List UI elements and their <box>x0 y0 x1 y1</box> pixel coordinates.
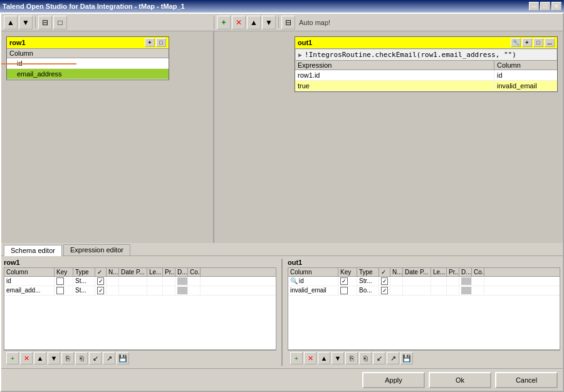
bottom-panel: Schema editor Expression editor row1 Col… <box>1 243 563 368</box>
row1-email-row[interactable]: email_address <box>7 69 169 80</box>
sd-type-id-1: St... <box>73 277 95 286</box>
sh-com-1: Co... <box>188 268 201 276</box>
schema-right-row-id[interactable]: 🔍 id Str... <box>288 277 560 286</box>
sl-paste-btn[interactable]: ⎗ <box>75 352 88 364</box>
key-check-email-1 <box>56 287 64 294</box>
sd-type-inv-r: Bo... <box>357 286 379 295</box>
view-btn-2[interactable]: □ <box>53 16 67 29</box>
delete-output-button[interactable]: ✕ <box>232 16 246 29</box>
sd-key-email-1 <box>55 286 73 295</box>
minimize-button[interactable]: — <box>529 2 539 11</box>
schema-left-row-email[interactable]: email_add... St... <box>4 286 276 296</box>
schema-left-title: row1 <box>4 259 276 266</box>
schema-left-section: row1 Column Key Type ✓ N... Date P... Le… <box>4 259 276 366</box>
window-title: Talend Open Studio for Data Integration … <box>3 3 185 10</box>
schema-right-row-invalid-email[interactable]: invalid_email Bo... <box>288 286 560 296</box>
tab-schema-editor[interactable]: Schema editor <box>4 245 62 256</box>
row1-id-row[interactable]: id <box>7 58 169 69</box>
sh-type-r1: Type <box>357 268 379 276</box>
add-output-button[interactable]: + <box>217 16 231 29</box>
row1-expand-icon[interactable]: □ <box>156 38 166 47</box>
sd-date-email-1 <box>119 286 147 295</box>
sd-type-id-r: Str... <box>357 277 379 286</box>
close-button[interactable]: ✕ <box>551 2 561 11</box>
sl-up-btn[interactable]: ▲ <box>34 352 46 364</box>
col-cell-1: id <box>494 70 557 80</box>
sl-copy-btn[interactable]: ⎘ <box>61 352 74 364</box>
sd-com-id-1 <box>188 277 201 286</box>
bottom-buttons: Apply Ok Cancel <box>1 368 563 391</box>
out1-row-invalid-email[interactable]: true invalid_email <box>295 81 557 91</box>
down-output-button[interactable]: ▼ <box>262 16 276 29</box>
sd-def-id-r <box>459 277 472 286</box>
sd-len-id-r <box>431 277 447 286</box>
schema-content: row1 Column Key Type ✓ N... Date P... Le… <box>1 256 563 368</box>
out1-more-icon[interactable]: ... <box>545 38 555 47</box>
schema-right-section: out1 Column Key Type ✓ N... Date P... Le… <box>288 259 560 366</box>
sr-up-btn[interactable]: ▲ <box>318 352 330 364</box>
sr-copy-btn[interactable]: ⎘ <box>345 352 358 364</box>
sd-col-id-r: 🔍 id <box>288 277 338 286</box>
sd-col-inv-r: invalid_email <box>288 286 338 295</box>
out1-settings-icon[interactable]: 🔧 <box>511 38 521 47</box>
out1-add-icon[interactable]: + <box>522 38 532 47</box>
right-mapper-panel: out1 🔧 + □ ... ▶ !IntegrosRoutine.checkE… <box>290 31 563 243</box>
sd-check-id-1 <box>95 277 107 286</box>
move-down-button[interactable]: ▼ <box>19 16 33 29</box>
out1-row-id[interactable]: row1.id id <box>295 70 557 81</box>
sd-date-inv-r <box>403 286 431 295</box>
view-btn-1[interactable]: ⊟ <box>38 16 52 29</box>
out1-expand-icon[interactable]: □ <box>533 38 543 47</box>
sr-save-btn[interactable]: 💾 <box>400 352 413 364</box>
sh-col-r1: Column <box>288 268 338 276</box>
sh-date-1: Date P... <box>119 268 147 276</box>
window-controls: — □ ✕ <box>529 2 561 11</box>
sh-type-1: Type <box>73 268 95 276</box>
sl-add-btn[interactable]: + <box>6 352 19 364</box>
move-up-button[interactable]: ▲ <box>4 16 18 29</box>
schema-right-title: out1 <box>288 259 560 266</box>
schema-left-row-id[interactable]: id St... <box>4 277 276 286</box>
sd-prec-inv-r <box>447 286 459 295</box>
tab-expression-editor[interactable]: Expression editor <box>63 244 130 255</box>
sh-prec-1: Pr... <box>163 268 175 276</box>
sr-del-btn[interactable]: ✕ <box>304 352 316 364</box>
sh-def-r1: D... <box>459 268 472 276</box>
out1-icons: 🔧 + □ ... <box>511 38 555 47</box>
apply-button[interactable]: Apply <box>362 372 425 388</box>
up-output-button[interactable]: ▲ <box>247 16 261 29</box>
sr-paste-btn[interactable]: ⎗ <box>359 352 372 364</box>
sd-col-id-1: id <box>4 277 55 286</box>
maximize-button[interactable]: □ <box>540 2 550 11</box>
schema-separator <box>281 259 283 366</box>
sl-import-btn[interactable]: ↙ <box>89 352 102 364</box>
row1-icons: + □ <box>145 38 166 47</box>
key-check-id-1 <box>56 277 64 285</box>
sr-import-btn[interactable]: ↙ <box>373 352 385 364</box>
sl-save-btn[interactable]: 💾 <box>117 352 129 364</box>
sh-len-1: Le... <box>147 268 163 276</box>
ok-button[interactable]: Ok <box>429 372 491 388</box>
sl-down-btn[interactable]: ▼ <box>48 352 60 364</box>
sd-check-email-1 <box>95 286 107 295</box>
sl-del-btn[interactable]: ✕ <box>20 352 33 364</box>
sd-null-id-r <box>390 277 403 286</box>
sd-key-id-r <box>338 277 357 286</box>
settings-output-button[interactable]: ⊟ <box>281 16 295 29</box>
expr-cell-2: true <box>295 81 494 91</box>
sr-add-btn[interactable]: + <box>290 352 303 364</box>
def-color-r2 <box>461 287 472 294</box>
col-col-header: Column <box>494 61 557 70</box>
expr-col-header: Expression <box>295 61 494 70</box>
sr-down-btn[interactable]: ▼ <box>332 352 344 364</box>
main-window: ▲ ▼ ⊟ □ + ✕ ▲ ▼ ⊟ Auto map! <box>0 13 564 392</box>
sr-export-btn[interactable]: ↗ <box>387 352 399 364</box>
expr-cell-1: row1.id <box>295 70 494 80</box>
row1-add-icon[interactable]: + <box>145 38 155 47</box>
sl-export-btn[interactable]: ↗ <box>103 352 115 364</box>
sh-null-1: N... <box>107 268 119 276</box>
sh-prec-r1: Pr... <box>447 268 459 276</box>
cancel-button[interactable]: Cancel <box>495 372 558 388</box>
column-header: Column <box>7 49 169 58</box>
col-cell-2: invalid_email <box>494 81 557 91</box>
